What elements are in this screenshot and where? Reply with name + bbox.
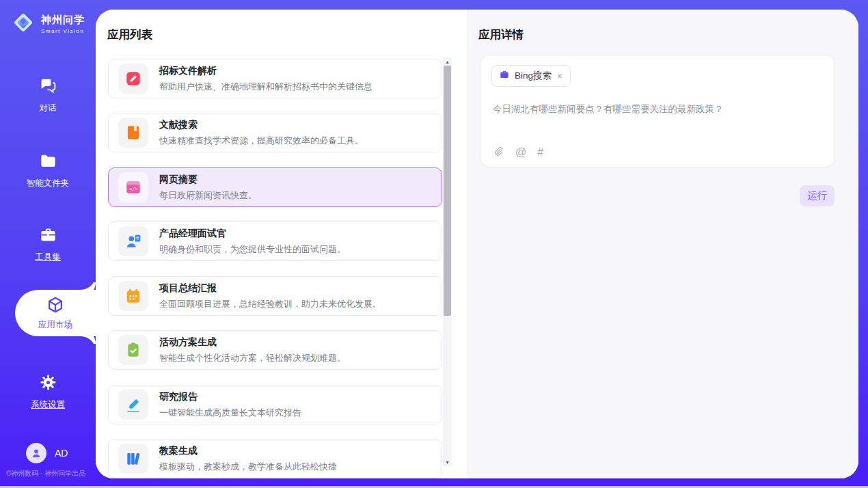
webpage-code-icon: </> [118,172,148,202]
folder-icon [39,152,57,173]
app-card-title: 招标文件解析 [159,65,372,77]
gear-icon [39,373,57,394]
chat-icon [39,77,57,98]
books-icon [118,444,148,474]
app-card-desc: 帮助用户快速、准确地理解和解析招标书中的关键信息 [159,81,372,93]
app-card-desc: 每日政府新闻资讯快查。 [159,189,257,202]
sidebar-item-label: 工具集 [35,252,61,263]
brand-subtitle: Smart Vision [41,28,85,34]
sidebar-item-settings[interactable]: 系统设置 [0,373,96,411]
app-card-project-summary[interactable]: 项目总结汇报 全面回顾项目进展，总结经验教训，助力未来优化发展。 [108,276,442,316]
app-card-research-report[interactable]: 研究报告 一键智能生成高质量长文本研究报告 [108,385,442,424]
app-list-panel: 应用列表 招标文件解析 帮助用户快速、准确地理解和解析招标书中的关键信息 [96,10,467,478]
paperclip-icon[interactable] [493,146,504,159]
cube-icon [46,295,65,317]
composer-toolbar: @ # [493,146,543,159]
app-card-title: 项目总结汇报 [159,282,381,295]
sidebar: 神州问学 Smart Vision 对话 智能文件夹 工具集 [0,0,96,488]
tool-chip-label: Bing搜索 [515,70,552,82]
app-card-title: 活动方案生成 [159,336,346,349]
close-icon[interactable]: × [556,71,563,81]
copyright-footer: ©神州数码 · 神州问学出品 [6,469,95,478]
sidebar-item-chat[interactable]: 对话 [0,77,96,114]
pen-report-icon [118,390,148,420]
tool-chip-bing-search[interactable]: Bing搜索 × [491,65,571,87]
app-card-desc: 明确身份和职责，为您提供专业性的面试问题。 [159,243,346,256]
interviewer-icon [118,226,148,256]
avatar [26,443,46,463]
toolbox-icon [39,226,57,247]
sidebar-item-toolset[interactable]: 工具集 [0,226,96,263]
app-card-web-summary[interactable]: </> 网页摘要 每日政府新闻资讯快查。 [108,167,442,207]
briefcase-icon [499,69,510,83]
calendar-icon [118,281,148,311]
sidebar-item-app-market[interactable]: 应用市场 [15,290,96,336]
scroll-up-icon[interactable]: ▲ [443,57,452,66]
app-card-title: 研究报告 [159,391,301,403]
app-list-scrollbar[interactable]: ▲ ▼ [443,57,452,466]
user-account[interactable]: AD [26,443,68,463]
sidebar-item-label: 系统设置 [31,399,65,411]
app-card-desc: 快速精准查找学术资源，提高研究效率的必备工具。 [159,135,364,147]
edit-document-icon [118,64,148,94]
sidebar-item-label: 应用市场 [38,319,72,331]
run-button[interactable]: 运行 [800,185,835,206]
mention-icon[interactable]: @ [515,147,526,158]
clipboard-check-icon [118,335,148,365]
query-input[interactable]: 今日湖北有哪些新闻要点？有哪些需要关注的最新政策？ [493,103,822,116]
sidebar-item-smart-folder[interactable]: 智能文件夹 [0,152,96,189]
app-card-bid-analysis[interactable]: 招标文件解析 帮助用户快速、准确地理解和解析招标书中的关键信息 [108,59,442,98]
brand-name: 神州问学 [41,14,85,27]
scroll-down-icon[interactable]: ▼ [443,458,452,466]
app-detail-panel: 应用详情 Bing搜索 × 今日湖北有哪些新闻要点？有哪些需要关注的最新政策？ [467,10,858,478]
brand-logo: 神州问学 Smart Vision [11,10,85,38]
app-list-title: 应用列表 [107,27,152,42]
app-card-desc: 一键智能生成高质量长文本研究报告 [159,407,301,419]
app-card-lesson-plan[interactable]: 教案生成 模板驱动，教案秒成，教学准备从此轻松快捷 [108,439,442,478]
svg-text:</>: </> [129,187,138,192]
user-name: AD [55,448,68,459]
app-card-desc: 全面回顾项目进展，总结经验教训，助力未来优化发展。 [159,298,381,310]
app-card-title: 教案生成 [159,445,337,457]
hashtag-icon[interactable]: # [537,147,543,158]
app-card-literature-search[interactable]: 文献搜索 快速精准查找学术资源，提高研究效率的必备工具。 [108,113,442,152]
app-card-pm-interviewer[interactable]: 产品经理面试官 明确身份和职责，为您提供专业性的面试问题。 [108,221,442,261]
scrollbar-thumb[interactable] [444,66,451,316]
app-card-title: 网页摘要 [159,174,257,186]
app-card-title: 产品经理面试官 [159,228,346,240]
app-card-title: 文献搜索 [159,119,364,131]
sidebar-item-label: 智能文件夹 [27,178,70,189]
prompt-card: Bing搜索 × 今日湖北有哪些新闻要点？有哪些需要关注的最新政策？ @ # [480,55,835,167]
app-detail-title: 应用详情 [478,27,524,42]
book-icon [118,118,148,148]
app-card-desc: 模板驱动，教案秒成，教学准备从此轻松快捷 [159,461,337,473]
app-card-event-plan[interactable]: 活动方案生成 智能生成个性化活动方案，轻松解决规划难题。 [108,330,442,370]
sidebar-item-label: 对话 [40,103,57,114]
main-content: 应用列表 招标文件解析 帮助用户快速、准确地理解和解析招标书中的关键信息 [96,10,858,478]
diamond-logo-icon [11,10,36,38]
app-card-desc: 智能生成个性化活动方案，轻松解决规划难题。 [159,352,346,364]
